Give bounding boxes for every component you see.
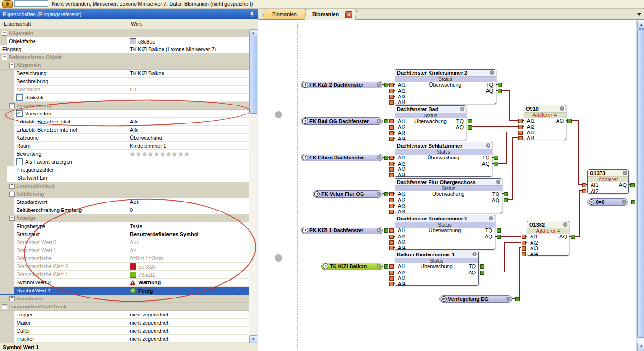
input-connector-ai4[interactable]	[522, 252, 526, 256]
reference-pill-verriegelung-eg[interactable]: MVerriegelung EGi	[439, 295, 512, 303]
input-connector-ai1[interactable]	[582, 183, 586, 187]
input-connector-ai1[interactable]	[389, 156, 394, 160]
input-connector-ai3[interactable]	[518, 131, 523, 135]
checkbox-unchecked[interactable]	[16, 94, 23, 101]
input-connector-ai1[interactable]	[389, 192, 394, 196]
property-row-standardwert[interactable]: AusStandardwert	[0, 198, 249, 206]
info-icon[interactable]: i	[623, 171, 627, 175]
property-value-cell[interactable]: Taste	[127, 222, 249, 230]
collapse-icon[interactable]: −	[2, 55, 7, 60]
property-row-statistik[interactable]: Statistik	[0, 94, 249, 102]
property-row-statustextfarbe-wert-1[interactable]: 73ba1bStatustextfarbe Wert 1	[0, 271, 249, 279]
input-connector-ai4[interactable]	[518, 136, 523, 140]
property-row-statustext-wert-1[interactable]: AnStatustext Wert 1	[0, 246, 249, 254]
property-value-cell[interactable]: Fertig	[127, 287, 249, 294]
output-connector-aq[interactable]	[497, 235, 501, 239]
property-value-cell[interactable]: I11	[127, 86, 249, 93]
info-icon[interactable]: i	[377, 264, 381, 268]
output-connector-tq[interactable]	[497, 228, 501, 233]
output-connector[interactable]	[384, 264, 388, 269]
property-group-allgemein[interactable]: −Allgemein	[0, 61, 249, 70]
input-connector-ai1[interactable]	[518, 119, 523, 123]
property-row-objektfarbe[interactable]: c8c8ecObjektfarbe	[0, 37, 249, 45]
output-connector-aq[interactable]	[630, 183, 635, 187]
collapse-icon[interactable]: −	[9, 192, 15, 197]
output-connector-tq[interactable]	[494, 156, 498, 160]
property-value-cell[interactable]: nicht zugeordnet	[127, 327, 249, 334]
property-row-startwert-ein[interactable]: Startwert Ein	[0, 174, 249, 182]
property-group-simulation[interactable]: +Simulation	[0, 295, 249, 303]
input-connector-ai2[interactable]	[389, 271, 394, 275]
output-connector-aq[interactable]	[498, 89, 502, 93]
output-connector-aq[interactable]	[567, 119, 572, 123]
info-icon[interactable]: i	[377, 155, 381, 159]
input-connector-ai4[interactable]	[389, 173, 394, 177]
function-block-dachfenster-kinderzimmer-1[interactable]: Dachfenster Kinderzimmer 1iStatusAI1AI2A…	[395, 215, 495, 250]
property-value-cell[interactable]: TK KiZi Balkon (Loxone Miniserver 7)	[127, 45, 249, 53]
reference-pill-fk-kizi-2-dachfenster[interactable]: IFK KiZi 2 Dachfensteri	[301, 81, 383, 88]
output-connector[interactable]	[384, 228, 388, 233]
tab-blomanien-1[interactable]: Blomanienx	[304, 9, 357, 20]
output-connector-aq[interactable]	[494, 162, 498, 166]
function-block-o1373[interactable]: O1373iAddiererAI1AI2AQ	[587, 169, 629, 194]
rating-stars[interactable]: ★★★★★★★★★★	[130, 151, 249, 158]
output-connector[interactable]	[384, 119, 388, 123]
input-connector-ai3[interactable]	[389, 240, 394, 245]
column-divider[interactable]	[127, 20, 127, 28]
property-row-bezeichnung[interactable]: TK KiZi BalkonBezeichnung	[0, 70, 249, 78]
input-connector-ai3[interactable]	[389, 167, 394, 172]
pin-icon[interactable]	[249, 11, 255, 17]
output-connector-tq[interactable]	[498, 83, 502, 87]
property-value-cell[interactable]	[127, 166, 249, 174]
scroll-down-arrow-icon[interactable]: ▼	[637, 343, 644, 351]
output-connector-tq[interactable]	[504, 192, 508, 196]
scroll-up-arrow-icon[interactable]: ▲	[249, 29, 257, 37]
output-connector-aq[interactable]	[504, 198, 508, 202]
property-group-visualisierung[interactable]: −Visualisierung	[0, 102, 249, 110]
info-icon[interactable]: i	[496, 180, 500, 184]
checkbox-unchecked[interactable]	[16, 158, 23, 165]
tab-list-dropdown-icon[interactable]	[637, 13, 641, 16]
function-block-balkon-kinderzimmer-1[interactable]: Balkon Kinderzimmer 1iStatusAI1AI2AI3AI4…	[395, 251, 479, 286]
info-icon[interactable]: i	[377, 192, 381, 196]
input-connector-ai2[interactable]	[389, 125, 394, 130]
input-connector-ai2[interactable]	[389, 235, 394, 239]
property-row-beschreibung[interactable]: Beschreibung	[0, 78, 249, 86]
reference-pill-fk-eltern-dachfenster[interactable]: IFK Eltern Dachfensteri	[301, 154, 383, 161]
property-row-symbol-wert-1[interactable]: FertigSymbol Wert 1▼	[0, 287, 249, 295]
function-block-dachfenster-kinderzimmer-2[interactable]: Dachfenster Kinderzimmer 2iStatusAI1AI2A…	[395, 69, 496, 104]
expand-icon[interactable]: +	[9, 296, 15, 301]
property-row-als-favorit-anzeigen[interactable]: Als Favorit anzeigen	[0, 158, 249, 166]
info-icon[interactable]: i	[622, 200, 626, 204]
property-value-cell[interactable]: nicht zugeordnet	[127, 335, 249, 342]
property-value-cell[interactable]	[127, 110, 249, 117]
function-block-dachfenster-bad[interactable]: Dachfenster BadiStatusAI1AI2AI3AI4Überwa…	[395, 105, 466, 140]
reference-pill-0-0[interactable]: C0=0i	[587, 198, 628, 206]
properties-scrollbar-thumb[interactable]	[249, 37, 257, 114]
input-connector-ai1[interactable]	[389, 264, 394, 269]
property-row-bewertung[interactable]: ★★★★★★★★★★Bewertung	[0, 150, 249, 158]
info-icon[interactable]: i	[489, 216, 493, 220]
property-value-cell[interactable]: An	[127, 246, 249, 254]
property-group-logging-mail-call-track[interactable]: −Logging/Mail/Call/Track	[0, 303, 249, 311]
input-connector-ai2[interactable]	[389, 162, 394, 166]
reference-pill-fk-velux-flur-og[interactable]: IFK Velux Flur OGi	[313, 190, 383, 198]
input-connector-ai1[interactable]	[389, 83, 394, 87]
input-connector-ai4[interactable]	[389, 246, 394, 250]
output-connector[interactable]	[384, 192, 388, 196]
property-value-cell[interactable]: 0=Rot 1=Grün	[127, 254, 249, 262]
info-icon[interactable]: i	[506, 297, 510, 301]
reference-pill-fk-kizi-1-dachfenster[interactable]: IFK KiZi 1 Dachfensteri	[301, 227, 383, 234]
value-dropdown-icon[interactable]: ▼	[237, 288, 241, 293]
checkbox-unchecked[interactable]	[9, 167, 15, 173]
checkbox-checked[interactable]	[16, 110, 23, 117]
property-group-validierung[interactable]: −Validierung	[0, 190, 249, 198]
property-row-eingang[interactable]: TK KiZi Balkon (Loxone Miniserver 7)Eing…	[0, 45, 249, 53]
checkbox-unchecked[interactable]	[9, 175, 15, 181]
input-connector-ai1[interactable]	[522, 235, 526, 239]
property-value-cell[interactable]: Überwachung	[127, 134, 249, 141]
collapse-icon[interactable]: −	[2, 31, 7, 36]
input-connector-ai1[interactable]	[389, 119, 394, 123]
properties-vertical-scrollbar[interactable]: ▲ ▼	[249, 29, 257, 343]
tab-close-icon[interactable]: x	[345, 11, 352, 18]
